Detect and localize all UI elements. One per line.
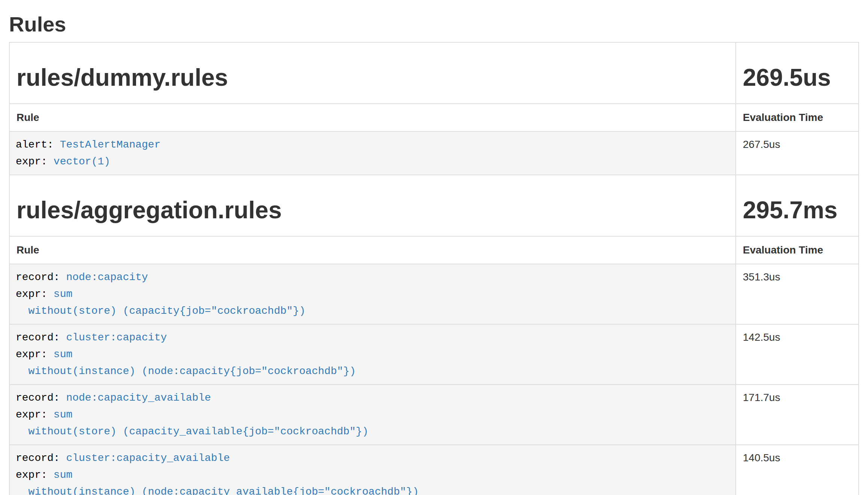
rule-code: record: cluster:capacity expr: sum witho…: [16, 332, 356, 377]
group-evaluation-time: 269.5us: [743, 64, 852, 91]
rule-code: alert: TestAlertManager expr: vector(1): [16, 139, 160, 167]
rule-link[interactable]: sum without(store) (capacity_available{j…: [16, 409, 368, 437]
rule-cell: alert: TestAlertManager expr: vector(1): [9, 131, 736, 175]
rule-link[interactable]: node:capacity_available: [66, 392, 211, 404]
rule-keyword: record:: [16, 271, 66, 283]
rule-cell: record: cluster:capacity_available expr:…: [9, 445, 736, 495]
rule-code: record: node:capacity_available expr: su…: [16, 392, 368, 437]
rule-keyword: record:: [16, 392, 66, 404]
rule-link[interactable]: sum without(instance) (node:capacity_ava…: [16, 469, 419, 495]
rule-link[interactable]: vector(1): [54, 156, 110, 167]
rule-row: alert: TestAlertManager expr: vector(1)2…: [9, 131, 859, 175]
rule-column-header: Rule: [9, 236, 736, 264]
rule-group-table: rules/aggregation.rules295.7msRuleEvalua…: [9, 174, 859, 495]
rule-evaluation-time: 351.3us: [736, 264, 859, 324]
rule-keyword: expr:: [16, 469, 54, 481]
rule-keyword: expr:: [16, 288, 54, 300]
group-file-name: rules/aggregation.rules: [16, 197, 729, 223]
group-eval-cell: 269.5us: [736, 42, 859, 104]
evaluation-time-column-header: Evaluation Time: [736, 236, 859, 264]
rule-evaluation-time: 267.5us: [736, 131, 859, 175]
rule-row: record: node:capacity expr: sum without(…: [9, 264, 859, 324]
page-title: Rules: [9, 13, 859, 36]
rule-row: record: cluster:capacity_available expr:…: [9, 445, 859, 495]
rule-evaluation-time: 171.7us: [736, 385, 859, 445]
group-header-row: rules/dummy.rules269.5us: [9, 42, 859, 104]
rule-evaluation-time: 142.5us: [736, 324, 859, 385]
rule-code: record: node:capacity expr: sum without(…: [16, 271, 305, 317]
group-evaluation-time: 295.7ms: [743, 197, 852, 223]
rule-link[interactable]: sum without(store) (capacity{job="cockro…: [16, 288, 305, 317]
rule-column-header: Rule: [9, 104, 736, 131]
group-name-cell: rules/aggregation.rules: [9, 175, 736, 236]
group-header-row: rules/aggregation.rules295.7ms: [9, 175, 859, 236]
rule-row: record: cluster:capacity expr: sum witho…: [9, 324, 859, 385]
rule-keyword: expr:: [16, 349, 54, 360]
column-header-row: RuleEvaluation Time: [9, 104, 859, 131]
evaluation-time-column-header: Evaluation Time: [736, 104, 859, 131]
rule-cell: record: node:capacity_available expr: su…: [9, 385, 736, 445]
rule-cell: record: cluster:capacity expr: sum witho…: [9, 324, 736, 385]
rule-groups: rules/dummy.rules269.5usRuleEvaluation T…: [9, 42, 859, 495]
rule-cell: record: node:capacity expr: sum without(…: [9, 264, 736, 324]
rule-keyword: alert:: [16, 139, 60, 151]
rule-keyword: record:: [16, 332, 66, 343]
rule-evaluation-time: 140.5us: [736, 445, 859, 495]
rule-link[interactable]: node:capacity: [66, 271, 148, 283]
rule-keyword: expr:: [16, 156, 54, 167]
group-eval-cell: 295.7ms: [736, 175, 859, 236]
group-name-cell: rules/dummy.rules: [9, 42, 736, 104]
column-header-row: RuleEvaluation Time: [9, 236, 859, 264]
rule-link[interactable]: cluster:capacity: [66, 332, 167, 343]
rule-code: record: cluster:capacity_available expr:…: [16, 452, 419, 495]
rule-link[interactable]: sum without(instance) (node:capacity{job…: [16, 349, 356, 377]
group-file-name: rules/dummy.rules: [16, 64, 729, 91]
rule-keyword: expr:: [16, 409, 54, 420]
rule-link[interactable]: TestAlertManager: [60, 139, 161, 151]
rule-keyword: record:: [16, 452, 66, 464]
rule-row: record: node:capacity_available expr: su…: [9, 385, 859, 445]
rule-group-table: rules/dummy.rules269.5usRuleEvaluation T…: [9, 42, 859, 175]
rule-link[interactable]: cluster:capacity_available: [66, 452, 230, 464]
